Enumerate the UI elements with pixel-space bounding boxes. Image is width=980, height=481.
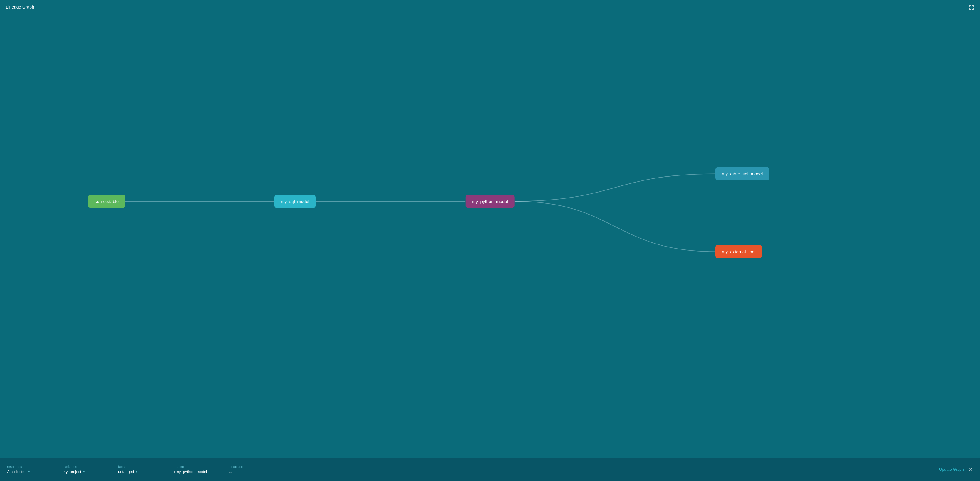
connection-lines xyxy=(0,0,980,457)
graph-canvas[interactable]: Lineage Graph source.table my_sql_model … xyxy=(0,0,980,457)
resources-label: resources xyxy=(7,465,54,468)
select-label: --select xyxy=(173,465,221,468)
toolbar-packages-group: packages my_project ▾ xyxy=(62,465,115,474)
separator-3 xyxy=(172,464,172,475)
bottom-toolbar: resources All selected ▾ packages my_pro… xyxy=(0,457,980,481)
close-button[interactable]: ✕ xyxy=(969,467,973,472)
tags-label: tags xyxy=(118,465,165,468)
toolbar-tags-group: tags untagged ▾ xyxy=(118,465,171,474)
resources-chevron-icon: ▾ xyxy=(28,470,30,473)
exclude-label: --exclude xyxy=(229,465,276,468)
separator-2 xyxy=(116,464,117,475)
resources-select[interactable]: All selected ▾ xyxy=(7,470,54,474)
select-value: +my_python_model+ xyxy=(173,470,209,474)
node-my-sql-model[interactable]: my_sql_model xyxy=(274,195,316,208)
packages-select[interactable]: my_project ▾ xyxy=(62,470,110,474)
packages-value: my_project xyxy=(62,470,81,474)
select-input[interactable]: +my_python_model+ xyxy=(173,470,221,474)
exclude-value: ... xyxy=(229,470,232,474)
update-graph-button[interactable]: Update Graph xyxy=(939,467,964,471)
exclude-input[interactable]: ... xyxy=(229,470,276,474)
tags-value: untagged xyxy=(118,470,134,474)
node-my-external-tool[interactable]: my_external_tool xyxy=(715,245,762,258)
node-my-python-model[interactable]: my_python_model xyxy=(466,195,514,208)
packages-label: packages xyxy=(62,465,110,468)
node-source-table[interactable]: source.table xyxy=(88,195,125,208)
node-my-other-sql-model[interactable]: my_other_sql_model xyxy=(715,167,769,181)
packages-chevron-icon: ▾ xyxy=(83,470,84,473)
resources-value: All selected xyxy=(7,470,26,474)
tags-select[interactable]: untagged ▾ xyxy=(118,470,165,474)
toolbar-resources-group: resources All selected ▾ xyxy=(7,465,60,474)
separator-4 xyxy=(228,464,228,475)
page-title: Lineage Graph xyxy=(6,5,34,10)
toolbar-right: Update Graph ✕ xyxy=(939,467,973,472)
tags-chevron-icon: ▾ xyxy=(136,470,137,473)
toolbar-exclude-group: --exclude ... xyxy=(229,465,282,474)
fullscreen-button[interactable] xyxy=(969,5,974,11)
toolbar-select-group: --select +my_python_model+ xyxy=(173,465,226,474)
